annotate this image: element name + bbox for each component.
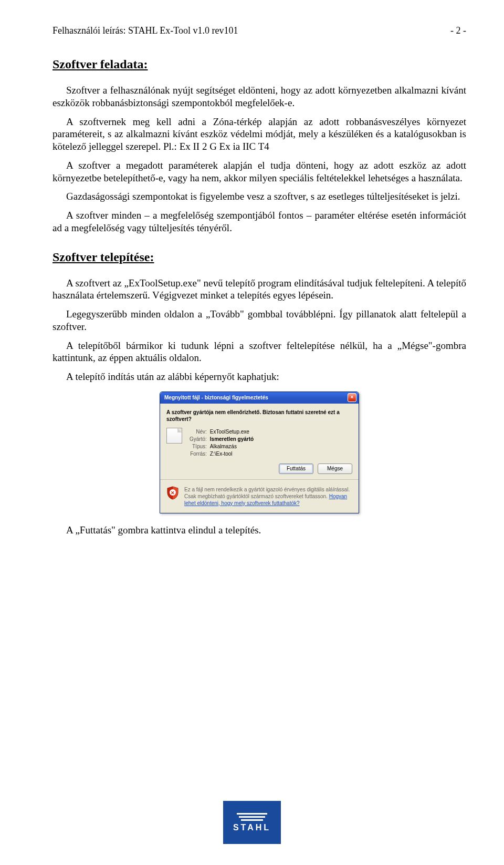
paragraph: A szoftvert az „ExToolSetup.exe" nevű te… — [52, 277, 466, 302]
dialog-warning-text: Ez a fájl nem rendelkezik a gyártót igaz… — [184, 486, 352, 507]
value-type: Alkalmazás — [210, 444, 256, 450]
security-dialog-figure: Megnyitott fájl - biztonsági figyelmezte… — [52, 392, 466, 513]
paragraph: A telepítőből bármikor ki tudunk lépni a… — [52, 339, 466, 365]
header-left: Felhasználói leírás: STAHL Ex-Tool v1.0 … — [52, 25, 238, 36]
label-name: Név: — [190, 429, 209, 435]
paragraph: A „Futtatás" gombra kattintva elindul a … — [52, 524, 466, 537]
close-icon[interactable]: × — [348, 393, 356, 402]
label-vendor: Gyártó: — [190, 436, 209, 442]
label-source: Forrás: — [190, 451, 209, 457]
header-page-number: - 2 - — [450, 25, 466, 36]
label-type: Típus: — [190, 444, 209, 450]
paragraph: A szoftver minden – a megfelelőség szemp… — [52, 209, 466, 234]
section-title-telepites: Szoftver telepítése: — [52, 250, 466, 264]
paragraph: A telepítő indítás után az alábbi képern… — [52, 370, 466, 383]
logo-lines-icon — [237, 813, 267, 821]
value-name: ExToolSetup.exe — [210, 429, 256, 435]
paragraph: Legegyszerűbb minden oldalon a „Tovább" … — [52, 308, 466, 333]
run-button[interactable]: Futtatás — [279, 464, 313, 474]
page-header: Felhasználói leírás: STAHL Ex-Tool v1.0 … — [52, 25, 466, 36]
dialog-properties: Név: ExToolSetup.exe Gyártó: Ismeretlen … — [188, 428, 257, 458]
document-icon — [166, 428, 182, 444]
cancel-button[interactable]: Mégse — [318, 464, 352, 474]
dialog-question: A szoftver gyártója nem ellenőrizhető. B… — [166, 409, 352, 423]
value-source: Z:\Ex-tool — [210, 451, 256, 457]
footer-logo: STAHL — [0, 801, 504, 844]
paragraph: A szoftver a megadott paraméterek alapjá… — [52, 159, 466, 184]
value-vendor: Ismeretlen gyártó — [210, 436, 256, 442]
section-title-feladata: Szoftver feladata: — [52, 57, 466, 71]
stahl-logo: STAHL — [223, 801, 281, 844]
paragraph: A szoftvernek meg kell adni a Zóna-térké… — [52, 116, 466, 153]
shield-icon: ✕ — [166, 486, 179, 500]
xp-security-dialog: Megnyitott fájl - biztonsági figyelmezte… — [160, 392, 359, 513]
svg-text:✕: ✕ — [171, 490, 175, 496]
paragraph: Szoftver a felhasználónak nyújt segítség… — [52, 84, 466, 109]
dialog-titlebar: Megnyitott fájl - biztonsági figyelmezte… — [160, 392, 359, 404]
dialog-title: Megnyitott fájl - biztonsági figyelmezte… — [164, 395, 268, 400]
paragraph: Gazdaságossági szempontokat is figyelemb… — [52, 190, 466, 203]
logo-text: STAHL — [233, 823, 271, 832]
